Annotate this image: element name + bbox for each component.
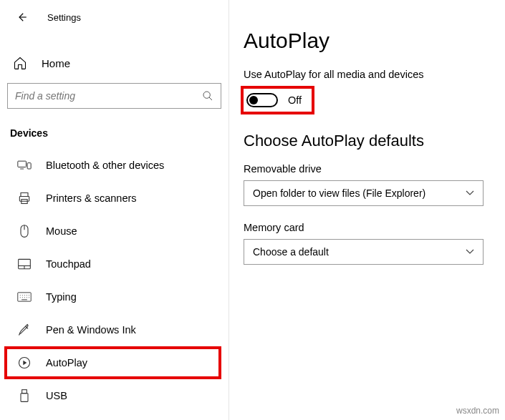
sidebar-item-label: Mouse — [46, 225, 77, 237]
sidebar-item-label: Pen & Windows Ink — [46, 324, 136, 336]
sidebar-item-pen[interactable]: Pen & Windows Ink — [7, 313, 221, 346]
sidebar-item-label: Touchpad — [46, 258, 91, 270]
section-header: Devices — [7, 123, 221, 149]
printer-icon — [17, 191, 32, 205]
titlebar: Settings — [7, 6, 221, 29]
removable-drive-dropdown[interactable]: Open folder to view files (File Explorer… — [244, 180, 484, 206]
sidebar-item-typing[interactable]: Typing — [7, 280, 221, 313]
removable-drive-label: Removable drive — [244, 163, 494, 175]
watermark: wsxdn.com — [456, 406, 499, 416]
keyboard-icon — [17, 290, 32, 304]
pen-icon — [17, 323, 32, 337]
toggle-description: Use AutoPlay for all media and devices — [244, 69, 494, 80]
autoplay-toggle-region: Off — [241, 86, 314, 114]
search-input[interactable] — [15, 90, 202, 102]
sidebar: Settings Home Devices Bluetooth & other … — [0, 0, 229, 420]
svg-point-0 — [203, 92, 210, 98]
chevron-down-icon — [466, 249, 474, 255]
page-title: AutoPlay — [244, 29, 494, 53]
sidebar-item-label: AutoPlay — [46, 357, 87, 368]
sidebar-item-bluetooth[interactable]: Bluetooth & other devices — [7, 149, 221, 182]
sidebar-item-label: Typing — [46, 291, 77, 303]
devices-icon — [17, 158, 32, 172]
autoplay-icon — [17, 356, 32, 370]
touchpad-icon — [17, 257, 32, 271]
autoplay-toggle[interactable] — [246, 93, 278, 107]
defaults-header: Choose AutoPlay defaults — [244, 132, 494, 150]
search-box[interactable] — [7, 83, 221, 109]
sidebar-item-label: USB — [46, 390, 67, 401]
main-content: AutoPlay Use AutoPlay for all media and … — [229, 0, 505, 420]
memory-card-dropdown[interactable]: Choose a default — [244, 239, 484, 265]
svg-rect-1 — [18, 161, 27, 167]
sidebar-item-mouse[interactable]: Mouse — [7, 215, 221, 248]
window-title: Settings — [47, 12, 81, 23]
svg-rect-2 — [27, 163, 31, 169]
toggle-state-label: Off — [288, 94, 302, 106]
sidebar-item-label: Bluetooth & other devices — [46, 160, 164, 171]
home-icon — [13, 56, 27, 70]
sidebar-item-usb[interactable]: USB — [7, 379, 221, 412]
search-icon — [202, 90, 213, 102]
memory-card-label: Memory card — [244, 222, 494, 233]
sidebar-item-touchpad[interactable]: Touchpad — [7, 248, 221, 280]
home-label: Home — [42, 57, 70, 69]
back-button[interactable] — [13, 9, 30, 26]
sidebar-item-label: Printers & scanners — [46, 192, 137, 204]
svg-rect-9 — [22, 390, 27, 394]
sidebar-item-autoplay[interactable]: AutoPlay — [4, 346, 221, 379]
toggle-knob — [249, 96, 258, 104]
dropdown-value: Choose a default — [253, 246, 329, 258]
dropdown-value: Open folder to view files (File Explorer… — [253, 187, 425, 199]
usb-icon — [17, 389, 32, 403]
chevron-down-icon — [466, 190, 474, 196]
svg-rect-10 — [21, 394, 28, 402]
arrow-left-icon — [15, 11, 28, 24]
mouse-icon — [17, 224, 32, 238]
sidebar-item-printers[interactable]: Printers & scanners — [7, 182, 221, 215]
home-nav[interactable]: Home — [7, 46, 221, 77]
